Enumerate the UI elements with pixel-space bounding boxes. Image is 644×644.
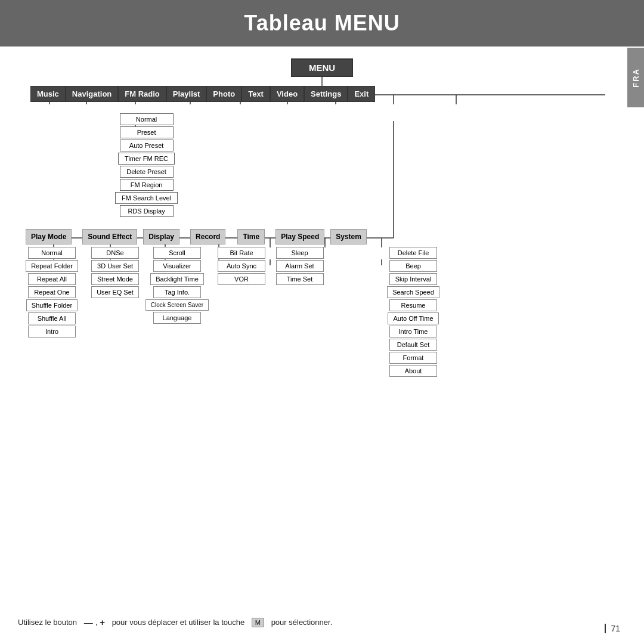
play-mode-repeatall: Repeat All <box>28 273 76 285</box>
record-bitrate: Bit Rate <box>218 247 265 259</box>
nav-item-navigation[interactable]: Navigation <box>66 86 118 102</box>
system-beep: Beep <box>389 260 437 272</box>
bottom-note: Utilisez le bouton — , + pour vous dépla… <box>18 617 614 627</box>
fm-item-autopreset: Auto Preset <box>120 140 174 151</box>
note-text3: pour sélectionner. <box>271 618 333 627</box>
display-backlighttime: Backlight Time <box>150 273 204 285</box>
fm-item-normal: Normal <box>120 113 174 125</box>
plus-icon: + <box>100 617 105 627</box>
m-button: M <box>252 618 264 627</box>
display-scroll: Scroll <box>153 247 201 259</box>
system-deletefile: Delete File <box>389 247 437 259</box>
system-format: Format <box>389 352 437 364</box>
system-defaultset: Default Set <box>389 339 437 351</box>
play-mode-shuffleall: Shuffle All <box>28 312 76 324</box>
display-clockscreensaver: Clock Screen Saver <box>145 299 209 311</box>
fm-item-deletepreset: Delete Preset <box>120 166 174 178</box>
minus-icon: — <box>84 617 93 627</box>
sub-cat-display[interactable]: Display <box>143 229 179 244</box>
display-taginfo: Tag Info. <box>153 286 201 298</box>
display-language: Language <box>153 312 201 324</box>
nav-item-video[interactable]: Video <box>270 86 304 102</box>
sound-effect-streetmode: Street Mode <box>91 273 139 285</box>
sound-effect-dnse: DNSe <box>91 247 139 259</box>
sub-cat-record[interactable]: Record <box>190 229 225 244</box>
play-mode-intro: Intro <box>28 326 76 338</box>
nav-item-settings[interactable]: Settings <box>304 86 348 102</box>
fm-item-fmregion: FM Region <box>120 179 174 191</box>
time-timeset: Time Set <box>276 273 324 285</box>
play-mode-shufflefolder: Shuffle Folder <box>26 299 78 311</box>
sub-cat-playspeed[interactable]: Play Speed <box>275 229 324 244</box>
system-searchspeed: Search Speed <box>387 286 439 298</box>
sound-effect-3duserset: 3D User Set <box>91 260 139 272</box>
fm-item-fmsearchlevel: FM Search Level <box>115 192 178 204</box>
page-number: 71 <box>605 624 620 633</box>
comma-label: , <box>95 618 98 627</box>
header-bar: Tableau MENU <box>0 0 644 47</box>
sound-effect-usereqset: User EQ Set <box>91 286 139 298</box>
nav-item-playlist[interactable]: Playlist <box>166 86 207 102</box>
nav-item-exit[interactable]: Exit <box>348 86 375 102</box>
nav-item-music[interactable]: Music <box>30 86 66 102</box>
sub-cat-soundeffect[interactable]: Sound Effect <box>82 229 137 244</box>
menu-root-box: MENU <box>291 58 353 77</box>
page-title: Tableau MENU <box>244 11 400 35</box>
system-resume: Resume <box>389 299 437 311</box>
note-text1: Utilisez le bouton <box>18 618 77 627</box>
play-mode-repeatone: Repeat One <box>28 286 76 298</box>
nav-item-photo[interactable]: Photo <box>206 86 242 102</box>
record-vor: VOR <box>218 273 265 285</box>
fm-item-timerfmrec: Timer FM REC <box>118 153 175 165</box>
sub-cat-playmode[interactable]: Play Mode <box>26 229 72 244</box>
system-autoofftime: Auto Off Time <box>388 312 438 324</box>
system-introtime: Intro Time <box>389 326 437 338</box>
system-about: About <box>389 365 437 377</box>
play-mode-normal: Normal <box>28 247 76 259</box>
play-mode-repeatfolder: Repeat Folder <box>26 260 78 272</box>
sub-cat-time[interactable]: Time <box>237 229 265 244</box>
nav-item-text[interactable]: Text <box>242 86 270 102</box>
display-visualizer: Visualizer <box>153 260 201 272</box>
time-sleep: Sleep <box>276 247 324 259</box>
time-alarmset: Alarm Set <box>276 260 324 272</box>
note-text2: pour vous déplacer et utiliser la touche <box>112 618 245 627</box>
record-autosync: Auto Sync <box>218 260 265 272</box>
fm-item-preset: Preset <box>120 126 174 138</box>
system-skipinterval: Skip Interval <box>389 273 437 285</box>
nav-item-fmradio[interactable]: FM Radio <box>118 86 166 102</box>
sub-cat-system[interactable]: System <box>330 229 367 244</box>
fm-item-rdsdisplay: RDS Display <box>120 205 174 217</box>
